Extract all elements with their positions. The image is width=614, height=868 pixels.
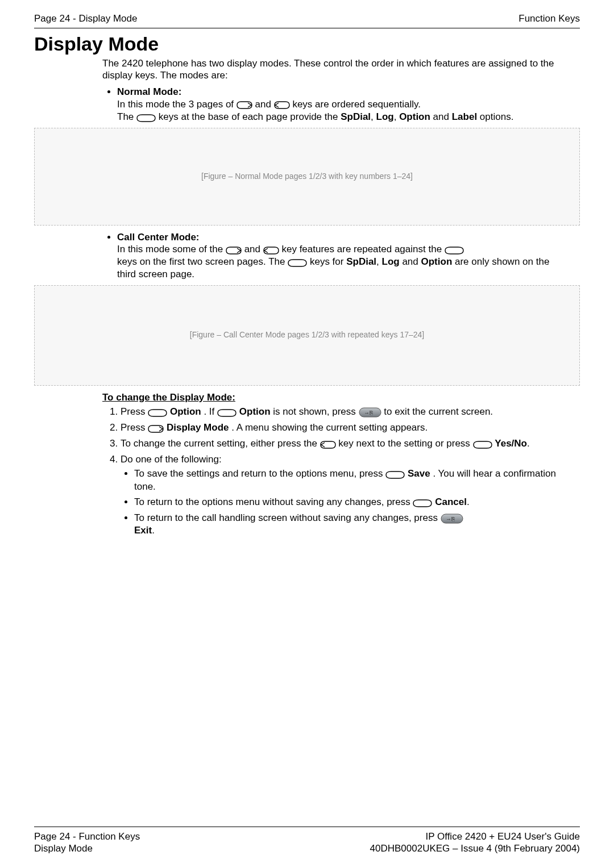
option-label-1: Option — [170, 406, 201, 417]
footer-right-2: 40DHB0002UKEG – Issue 4 (9th February 20… — [370, 842, 580, 854]
mode-normal: Normal Mode: In this mode the 3 pages of… — [117, 86, 563, 123]
display-mode-label: Display Mode — [167, 422, 229, 433]
softkey-icon — [385, 468, 405, 480]
softkey-icon — [413, 496, 432, 508]
callcenter-block: Call Center Mode: In this mode some of t… — [102, 231, 563, 281]
svg-text:→⎘: →⎘ — [446, 516, 455, 522]
softkey-icon — [473, 438, 492, 450]
normal-label-log: Log — [376, 111, 394, 122]
mode-call-center: Call Center Mode: In this mode some of t… — [117, 231, 563, 281]
option-label-2: Option — [239, 406, 271, 417]
procedure-block: To change the Display Mode: Press Option… — [102, 391, 563, 537]
footer-left-1: Page 24 - Function Keys — [34, 831, 140, 842]
softkey-icon — [136, 111, 156, 123]
cc-line1-a: In this mode some of the — [117, 244, 226, 254]
procedure-heading: To change the Display Mode: — [102, 391, 563, 403]
left-key-icon — [274, 98, 290, 110]
exit-button-icon: →⎘ — [441, 512, 463, 524]
page: Page 24 - Display Mode Function Keys Dis… — [0, 0, 614, 868]
step-1: Press Option . If Option is not shown, p… — [121, 406, 563, 418]
cc-line2-b: keys for — [310, 256, 346, 267]
yes-no-label: Yes/No — [495, 438, 527, 449]
page-footer: Page 24 - Function Keys Display Mode IP … — [34, 827, 580, 855]
normal-label-spdial: SpDial — [341, 111, 371, 122]
footer-right-1: IP Office 2420 + EU24 User's Guide — [370, 831, 580, 842]
cc-line1-b: and — [244, 244, 263, 254]
save-label: Save — [408, 468, 430, 479]
right-key-icon — [237, 98, 252, 110]
cc-label-option: Option — [421, 256, 453, 267]
softkey-icon — [288, 256, 307, 268]
cc-label-spdial: SpDial — [346, 256, 376, 267]
page-title: Display Mode — [34, 32, 580, 56]
modes-list: Normal Mode: In this mode the 3 pages of… — [117, 86, 563, 123]
step4-sub: To save the settings and return to the o… — [134, 468, 563, 536]
footer-left-2: Display Mode — [34, 842, 140, 854]
page-header: Page 24 - Display Mode Function Keys — [34, 11, 580, 28]
figure-normal-mode: [Figure – Normal Mode pages 1/2/3 with k… — [34, 128, 580, 226]
modes-list-2: Call Center Mode: In this mode some of t… — [117, 231, 563, 281]
left-key-icon — [263, 244, 279, 256]
step-3: To change the current setting, either pr… — [121, 437, 563, 450]
sub-exit: To return to the call handling screen wi… — [134, 512, 563, 536]
normal-line1-a: In this mode the 3 pages of — [117, 99, 237, 110]
header-rule — [34, 28, 580, 28]
normal-line1-c: keys are ordered sequentially. — [292, 99, 421, 110]
header-right: Function Keys — [518, 12, 580, 24]
softkey-icon — [148, 406, 167, 418]
figure-call-center-mode: [Figure – Call Center Mode pages 1/2/3 w… — [34, 285, 580, 386]
sub-cancel: To return to the options menu without sa… — [134, 496, 563, 508]
normal-line2-end: options. — [480, 111, 514, 122]
normal-line2-a: The — [117, 111, 136, 122]
sub-save: To save the settings and return to the o… — [134, 468, 563, 492]
cancel-label: Cancel — [435, 496, 467, 507]
cc-label-log: Log — [382, 256, 400, 267]
right-key-icon — [148, 422, 164, 434]
callcenter-mode-title: Call Center Mode: — [117, 232, 200, 243]
intro-text: The 2420 telephone has two display modes… — [102, 57, 563, 82]
svg-text:→⎘: →⎘ — [364, 410, 373, 416]
intro-block: The 2420 telephone has two display modes… — [102, 57, 563, 123]
exit-label: Exit — [134, 525, 152, 536]
header-left: Page 24 - Display Mode — [34, 12, 137, 24]
normal-line2-b: keys at the base of each page provide th… — [159, 111, 341, 122]
right-key-icon — [226, 244, 242, 256]
normal-line1-b: and — [255, 99, 274, 110]
normal-label-label: Label — [452, 111, 477, 122]
softkey-icon — [445, 244, 464, 256]
step-2: Press Display Mode . A menu showing the … — [121, 422, 563, 434]
cc-line1-c: key features are repeated against the — [281, 244, 444, 254]
normal-mode-title: Normal Mode: — [117, 86, 181, 97]
cc-line2-a: keys on the first two screen pages. The — [117, 256, 288, 267]
softkey-icon — [217, 406, 237, 418]
normal-label-option: Option — [399, 111, 430, 122]
exit-button-icon: →⎘ — [359, 406, 381, 418]
step-4: Do one of the following: To save the set… — [121, 453, 563, 536]
procedure-steps: Press Option . If Option is not shown, p… — [121, 406, 563, 537]
left-key-icon — [320, 438, 336, 450]
